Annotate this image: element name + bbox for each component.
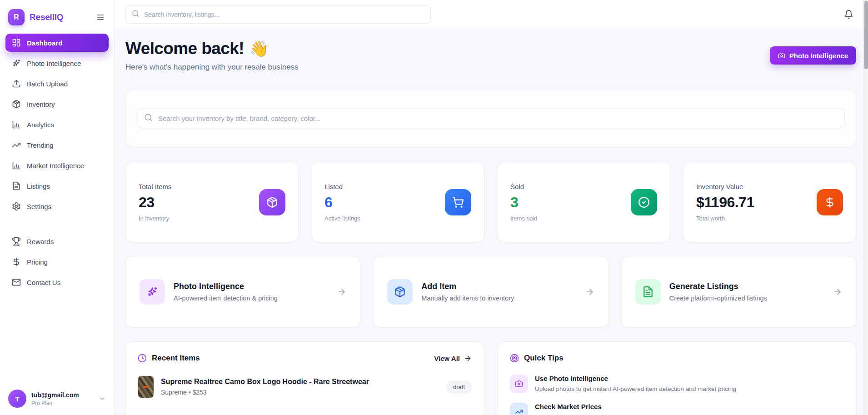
user-menu[interactable]: T tub@gmail.com Pro Plan <box>0 382 114 415</box>
stat-value: 3 <box>510 194 537 211</box>
item-thumbnail <box>138 375 154 398</box>
tip-desc: Upload photos to get instant AI-powered … <box>535 385 736 392</box>
stat-sublabel: In inventory <box>139 215 172 222</box>
menu-toggle-icon[interactable] <box>96 13 105 22</box>
action-card-generate-listings[interactable]: Generate Listings Create platform-optimi… <box>621 256 856 328</box>
stat-text: Inventory Value $1196.71 Total worth <box>696 183 754 222</box>
inventory-search-card <box>125 89 856 147</box>
sidebar-item-label: Inventory <box>27 100 55 108</box>
sidebar-item-listings[interactable]: Listings <box>5 177 109 195</box>
stat-label: Listed <box>324 183 360 190</box>
chevron-down-icon[interactable] <box>99 395 106 402</box>
tip-use-photo-intelligence: Use Photo Intelligence Upload photos to … <box>510 375 844 393</box>
logo-letter: R <box>14 13 19 21</box>
sidebar-nav: Dashboard Photo Intelligence Batch Uploa… <box>0 34 114 382</box>
trending-up-icon <box>510 403 528 415</box>
arrow-right-icon <box>833 287 842 296</box>
list-item[interactable]: Supreme Realtree Camo Box Logo Hoodie - … <box>138 375 472 398</box>
sparkles-icon <box>12 59 21 68</box>
sidebar-item-pricing[interactable]: Pricing <box>5 253 109 271</box>
inventory-search[interactable] <box>137 108 845 128</box>
gear-icon <box>12 202 21 211</box>
bell-icon[interactable] <box>844 10 853 19</box>
sidebar-item-dashboard[interactable]: Dashboard <box>5 34 109 52</box>
action-subtitle: AI-powered item detection & pricing <box>174 295 278 302</box>
sidebar-item-label: Photo Intelligence <box>27 60 81 67</box>
app-root: R ResellIQ Dashboard Photo Intelligence … <box>0 0 868 415</box>
trending-up-icon <box>12 140 21 150</box>
avatar: T <box>8 390 26 408</box>
quick-tips-header: Quick Tips <box>510 354 844 363</box>
sparkles-icon <box>140 279 165 305</box>
trophy-icon <box>12 237 21 246</box>
sidebar-item-settings[interactable]: Settings <box>5 197 109 215</box>
photo-intelligence-button[interactable]: Photo Intelligence <box>770 46 856 65</box>
stat-card-inventory-value: Inventory Value $1196.71 Total worth <box>683 162 856 242</box>
action-title: Generate Listings <box>669 282 767 291</box>
action-card-photo-intelligence[interactable]: Photo Intelligence AI-powered item detec… <box>125 256 360 328</box>
arrow-right-icon <box>585 287 594 296</box>
view-all-link[interactable]: View All <box>434 355 472 362</box>
welcome-block: Welcome back! 👋 Here's what's happening … <box>125 39 299 72</box>
action-title: Photo Intelligence <box>174 282 278 291</box>
main-area: Welcome back! 👋 Here's what's happening … <box>115 0 868 415</box>
user-email: tub@gmail.com <box>31 391 94 399</box>
avatar-letter: T <box>15 395 19 403</box>
stat-label: Sold <box>510 183 537 190</box>
card-title: Quick Tips <box>524 354 564 363</box>
quick-tips-card: Quick Tips Use Photo Intelligence Upload… <box>498 341 856 415</box>
search-icon <box>144 113 153 124</box>
stat-text: Sold 3 Items sold <box>510 183 537 222</box>
scrollbar-thumb[interactable] <box>864 1 868 69</box>
sidebar-item-market-intelligence[interactable]: Market Intelligence <box>5 156 109 175</box>
camera-icon <box>510 375 528 393</box>
item-title: Supreme Realtree Camo Box Logo Hoodie - … <box>161 378 369 386</box>
sidebar-item-photo-intelligence[interactable]: Photo Intelligence <box>5 54 109 72</box>
sidebar-item-label: Analytics <box>27 121 54 129</box>
sidebar-item-label: Dashboard <box>27 39 62 47</box>
bar-chart-icon <box>12 120 21 129</box>
package-icon <box>387 279 413 305</box>
dollar-icon <box>817 189 843 215</box>
sidebar-item-rewards[interactable]: Rewards <box>5 232 109 250</box>
dollar-icon <box>12 257 21 266</box>
app-title: ResellIQ <box>30 12 91 22</box>
nav-section-divider <box>5 218 109 232</box>
inventory-search-input[interactable] <box>158 115 838 122</box>
search-icon <box>132 10 140 19</box>
sidebar-item-label: Listings <box>27 182 50 190</box>
package-icon <box>12 100 21 109</box>
bottom-row: Recent Items View All Supreme Realtree C… <box>125 341 856 415</box>
sidebar-item-contact-us[interactable]: Contact Us <box>5 273 109 291</box>
global-search-input[interactable] <box>144 11 424 18</box>
wave-emoji: 👋 <box>249 40 269 58</box>
sidebar-item-label: Trending <box>27 141 54 149</box>
card-title-row: Quick Tips <box>510 354 564 363</box>
file-text-icon <box>12 181 21 190</box>
user-plan: Pro Plan <box>31 400 94 406</box>
global-search[interactable] <box>125 5 431 24</box>
clock-icon <box>138 354 147 363</box>
sidebar-item-trending[interactable]: Trending <box>5 136 109 154</box>
sidebar-item-batch-upload[interactable]: Batch Upload <box>5 75 109 93</box>
sidebar-item-label: Contact Us <box>27 279 60 286</box>
stat-value: 23 <box>139 194 172 211</box>
sidebar-item-analytics[interactable]: Analytics <box>5 115 109 134</box>
topbar <box>115 0 868 29</box>
upload-icon <box>12 79 21 88</box>
sidebar-header: R ResellIQ <box>0 6 114 34</box>
page-title: Welcome back! 👋 <box>125 39 299 58</box>
action-card-add-item[interactable]: Add Item Manually add items to inventory <box>373 256 608 328</box>
item-meta: Supreme • $253 <box>161 389 369 396</box>
arrow-right-icon <box>337 287 346 296</box>
bar-chart-icon <box>12 161 21 170</box>
sidebar-item-inventory[interactable]: Inventory <box>5 95 109 113</box>
quick-actions-row: Photo Intelligence AI-powered item detec… <box>125 256 856 328</box>
card-title-row: Recent Items <box>138 354 200 363</box>
stat-value: 6 <box>324 194 360 211</box>
action-title: Add Item <box>421 282 514 291</box>
stat-label: Inventory Value <box>696 183 754 190</box>
sidebar-item-label: Settings <box>27 203 51 210</box>
stat-sublabel: Items sold <box>510 215 537 222</box>
welcome-text: Welcome back! <box>125 39 244 58</box>
